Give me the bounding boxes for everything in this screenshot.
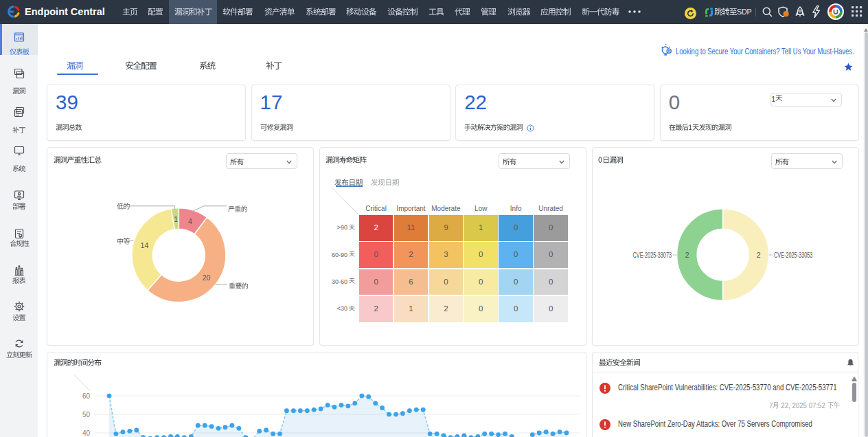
svg-text:40: 40 bbox=[82, 429, 91, 437]
svg-text:60: 60 bbox=[82, 392, 91, 400]
svg-text:50: 50 bbox=[82, 411, 91, 418]
